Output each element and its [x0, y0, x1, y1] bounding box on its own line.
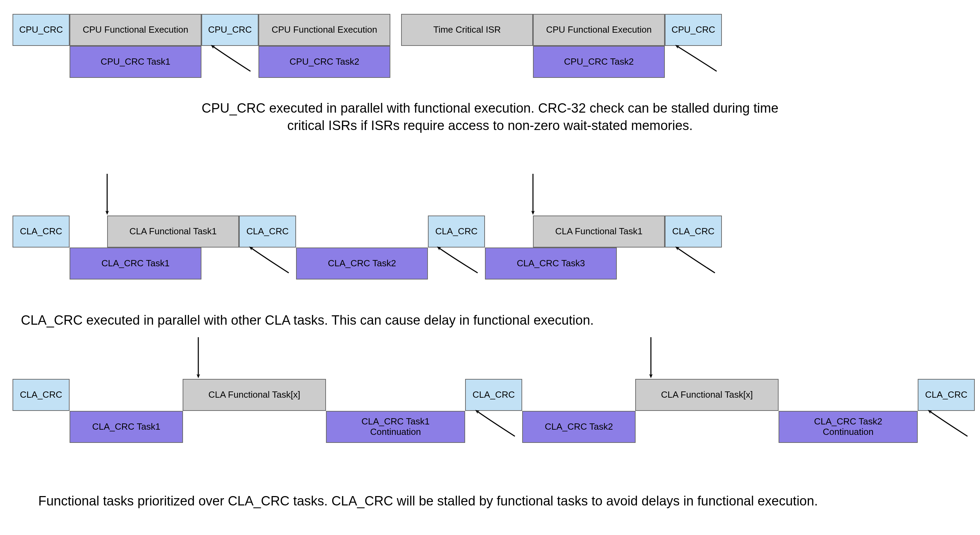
cla-crc-box: CLA_CRC [239, 216, 296, 248]
cla-task2-box: CLA_CRC Task2 [296, 248, 428, 279]
cpu-crc-box: CPU_CRC [201, 14, 258, 46]
cla-task3-box: CLA_CRC Task3 [485, 248, 617, 279]
diagram-canvas: CPU_CRC CPU Functional Execution CPU_CRC… [0, 0, 980, 535]
cla-task1-box: CLA_CRC Task1 [70, 248, 201, 279]
cla-func1-box: CLA Functional Task1 [107, 216, 239, 248]
caption-2: CLA_CRC executed in parallel with other … [0, 313, 980, 328]
cpu-crc-box: CPU_CRC [665, 14, 722, 46]
cpu-crc-box: CPU_CRC [13, 14, 70, 46]
cla-task1-box: CLA_CRC Task1 [70, 411, 183, 443]
cla-func1-box: CLA Functional Task1 [533, 216, 665, 248]
cla-funcx-box: CLA Functional Task[x] [635, 379, 779, 411]
caption-1b: critical ISRs if ISRs require access to … [0, 118, 980, 133]
caption-3: Functional tasks prioritized over CLA_CR… [0, 494, 980, 509]
cla-task2-box: CLA_CRC Task2 [522, 411, 636, 443]
cla-funcx-box: CLA Functional Task[x] [183, 379, 326, 411]
cla-crc-box: CLA_CRC [918, 379, 975, 411]
cla-crc-box: CLA_CRC [13, 379, 70, 411]
time-isr-box: Time Critical ISR [401, 14, 533, 46]
cpu-task2-box: CPU_CRC Task2 [533, 46, 665, 78]
cpu-func-box: CPU Functional Execution [258, 14, 390, 46]
cla-task2c-box: CLA_CRC Task2 Continuation [779, 411, 918, 443]
cla-crc-box: CLA_CRC [13, 216, 70, 248]
cpu-task1-box: CPU_CRC Task1 [70, 46, 201, 78]
cpu-func-box: CPU Functional Execution [70, 14, 201, 46]
cla-crc-box: CLA_CRC [465, 379, 522, 411]
cpu-func-box: CPU Functional Execution [533, 14, 665, 46]
cla-crc-box: CLA_CRC [428, 216, 485, 248]
cla-crc-box: CLA_CRC [665, 216, 722, 248]
cpu-task2-box: CPU_CRC Task2 [258, 46, 390, 78]
cla-task1c-box: CLA_CRC Task1 Continuation [326, 411, 465, 443]
caption-1a: CPU_CRC executed in parallel with functi… [0, 101, 980, 116]
